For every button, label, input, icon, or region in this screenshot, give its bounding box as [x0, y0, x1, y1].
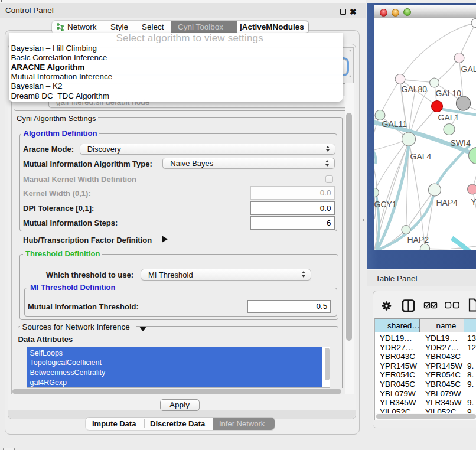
- svg-text:HAP2: HAP2: [407, 235, 429, 244]
- svg-text:GAL: GAL: [461, 64, 476, 74]
- svg-text:GAL80: GAL80: [401, 84, 427, 94]
- svg-text:GCY1: GCY1: [374, 200, 397, 209]
- svg-text:GAL11: GAL11: [382, 119, 407, 129]
- svg-text:HAP4: HAP4: [436, 198, 458, 207]
- svg-text:SWI4: SWI4: [450, 138, 470, 148]
- svg-text:GAL4: GAL4: [410, 152, 431, 161]
- svg-text:GAL1: GAL1: [438, 113, 459, 122]
- svg-text:Y: Y: [471, 197, 476, 207]
- svg-text:GAL10: GAL10: [435, 89, 461, 98]
